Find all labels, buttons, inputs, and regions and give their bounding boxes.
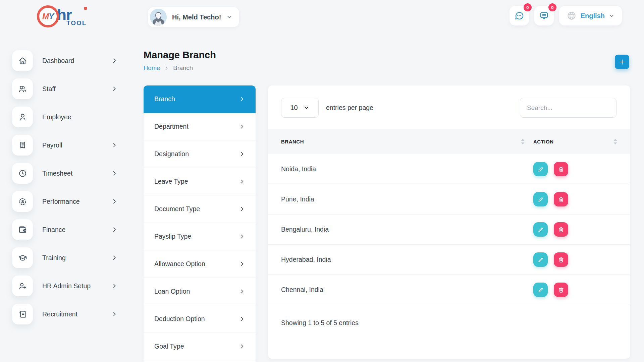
user-menu[interactable]: Hi, Meld Techo!	[148, 7, 239, 27]
user-greeting: Hi, Meld Techo!	[172, 13, 221, 21]
settings-menu-item-label: Document Type	[154, 205, 200, 213]
chevron-right-icon	[111, 58, 117, 64]
sidebar-item-payroll[interactable]: Payroll	[12, 135, 118, 156]
chevron-right-icon	[239, 124, 245, 129]
edit-button[interactable]	[533, 283, 548, 297]
breadcrumb-home-link[interactable]: Home	[144, 64, 160, 72]
delete-button[interactable]	[554, 252, 568, 267]
settings-menu-item-branch[interactable]: Branch	[144, 85, 256, 113]
sidebar-item-label: Performance	[42, 198, 111, 205]
sidebar-item-timesheet[interactable]: Timesheet	[12, 163, 118, 184]
user-icon	[12, 107, 33, 127]
chevron-right-icon	[111, 86, 117, 92]
branch-name: Chennai, India	[281, 286, 533, 294]
sidebar-item-training[interactable]: Training	[12, 247, 118, 268]
table-row-pune-india: Pune, India	[268, 184, 630, 215]
chevron-right-icon	[111, 255, 117, 261]
sidebar-item-dashboard[interactable]: Dashboard	[12, 50, 118, 71]
edit-button[interactable]	[533, 252, 548, 267]
settings-menu-item-goal-type[interactable]: Goal Type	[144, 333, 256, 360]
sidebar-item-employee[interactable]: Employee	[12, 107, 118, 127]
sidebar-item-staff[interactable]: Staff	[12, 78, 118, 99]
sidebar: DashboardStaffEmployeePayrollTimesheetPe…	[12, 50, 118, 332]
settings-menu-item-label: Deduction Option	[154, 315, 205, 323]
delete-button[interactable]	[554, 222, 568, 237]
chevron-right-icon	[239, 261, 245, 267]
column-label: ACTION	[533, 139, 554, 144]
wallet-icon	[12, 219, 33, 240]
entries-per-page-select[interactable]: 10	[281, 98, 319, 118]
settings-menu-item-leave-type[interactable]: Leave Type	[144, 168, 256, 195]
trash-icon	[558, 226, 565, 233]
breadcrumb-current: Branch	[173, 64, 193, 72]
sidebar-item-label: Recruitment	[42, 310, 111, 318]
branch-name: Pune, India	[281, 195, 533, 203]
column-header-branch[interactable]: BRANCH	[281, 139, 533, 144]
settings-menu-item-allowance-option[interactable]: Allowance Option	[144, 250, 256, 278]
chevron-right-icon	[239, 151, 245, 157]
chevron-right-icon	[239, 179, 245, 184]
chevron-right-icon	[111, 311, 117, 317]
sort-icon[interactable]	[521, 139, 525, 144]
language-label: English	[581, 12, 605, 20]
home-icon	[12, 50, 33, 71]
logo-mark-y: Y	[49, 12, 54, 21]
edit-button[interactable]	[533, 192, 548, 206]
page-title: Manage Branch	[144, 50, 216, 61]
search-input[interactable]	[520, 98, 616, 118]
logo-circle: M Y	[37, 5, 59, 27]
sidebar-item-label: Employee	[42, 113, 118, 121]
sort-icon[interactable]	[613, 139, 617, 144]
table-row-hyderabad-india: Hyderabad, India	[268, 245, 630, 275]
sidebar-item-hr-admin-setup[interactable]: HR Admin Setup	[12, 276, 118, 296]
pencil-icon	[537, 196, 544, 203]
table-body: Noida, IndiaPune, IndiaBengaluru, IndiaH…	[268, 154, 630, 305]
table-row-bengaluru-india: Bengaluru, India	[268, 215, 630, 245]
settings-menu-item-designation[interactable]: Designation	[144, 140, 256, 168]
add-branch-button[interactable]	[615, 55, 629, 69]
sidebar-item-label: Payroll	[42, 141, 111, 149]
chevron-down-icon	[226, 14, 232, 20]
app-logo: M Y hr TOOL	[37, 5, 87, 27]
table-row-chennai-india: Chennai, India	[268, 275, 630, 305]
pencil-icon	[537, 226, 544, 233]
sidebar-item-label: Finance	[42, 226, 111, 234]
sidebar-item-finance[interactable]: Finance	[12, 219, 118, 240]
chevron-right-icon	[239, 206, 245, 212]
chevron-right-icon	[111, 142, 117, 148]
table-row-noida-india: Noida, India	[268, 154, 630, 184]
edit-button[interactable]	[533, 162, 548, 176]
sidebar-item-label: Staff	[42, 85, 111, 93]
chevron-right-icon	[111, 283, 117, 289]
notifications-button[interactable]: 0	[534, 6, 554, 25]
settings-menu-item-label: Allowance Option	[154, 260, 205, 268]
sidebar-item-performance[interactable]: Performance	[12, 191, 118, 212]
settings-menu-item-payslip-type[interactable]: Payslip Type	[144, 223, 256, 250]
delete-button[interactable]	[554, 162, 568, 176]
chevron-right-icon	[239, 316, 245, 322]
chat-button[interactable]: 0	[509, 6, 529, 25]
scan-person-icon	[12, 191, 33, 212]
graduation-cap-icon	[12, 247, 33, 268]
branch-name: Bengaluru, India	[281, 226, 533, 233]
delete-button[interactable]	[554, 192, 568, 206]
chevron-right-icon	[239, 344, 245, 349]
settings-menu-item-department[interactable]: Department	[144, 113, 256, 140]
edit-button[interactable]	[533, 222, 548, 237]
chat-badge: 0	[524, 3, 532, 11]
trash-icon	[558, 166, 565, 173]
settings-menu-item-label: Branch	[154, 95, 175, 103]
breadcrumb: Home Branch	[144, 64, 193, 72]
language-selector[interactable]: English	[559, 6, 622, 25]
sidebar-item-label: Dashboard	[42, 57, 111, 65]
notification-badge: 0	[548, 3, 556, 11]
settings-menu-item-document-type[interactable]: Document Type	[144, 195, 256, 223]
settings-menu-item-deduction-option[interactable]: Deduction Option	[144, 305, 256, 333]
branch-table-card: 10 entries per page BRANCH ACTION Noida,…	[268, 85, 630, 359]
message-icon	[539, 11, 549, 21]
sidebar-item-recruitment[interactable]: Recruitment	[12, 304, 118, 324]
chevron-right-icon	[239, 234, 245, 239]
column-header-action[interactable]: ACTION	[533, 139, 617, 144]
settings-menu-item-loan-option[interactable]: Loan Option	[144, 278, 256, 305]
delete-button[interactable]	[554, 283, 568, 297]
